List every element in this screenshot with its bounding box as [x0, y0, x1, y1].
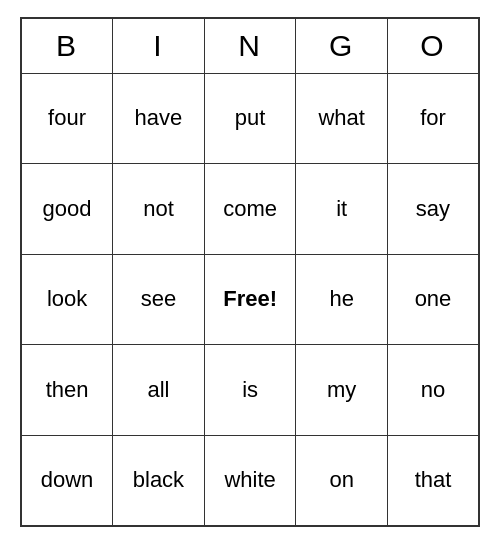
- bingo-cell-r4-c4: that: [387, 435, 479, 526]
- bingo-cell-r3-c0: then: [21, 345, 113, 436]
- bingo-cell-r0-c2: put: [204, 73, 296, 164]
- bingo-header-row: BINGO: [21, 18, 479, 73]
- bingo-cell-r3-c3: my: [296, 345, 388, 436]
- bingo-cell-r1-c2: come: [204, 164, 296, 255]
- bingo-header-n: N: [204, 18, 296, 73]
- bingo-cell-r3-c1: all: [113, 345, 205, 436]
- bingo-cell-r4-c2: white: [204, 435, 296, 526]
- bingo-cell-r1-c3: it: [296, 164, 388, 255]
- bingo-row-4: downblackwhiteonthat: [21, 435, 479, 526]
- bingo-cell-r4-c1: black: [113, 435, 205, 526]
- bingo-cell-r2-c1: see: [113, 254, 205, 345]
- bingo-header-i: I: [113, 18, 205, 73]
- bingo-header-g: G: [296, 18, 388, 73]
- bingo-row-0: fourhaveputwhatfor: [21, 73, 479, 164]
- bingo-cell-r0-c1: have: [113, 73, 205, 164]
- bingo-cell-r3-c4: no: [387, 345, 479, 436]
- bingo-cell-r1-c1: not: [113, 164, 205, 255]
- bingo-row-2: lookseeFree!heone: [21, 254, 479, 345]
- bingo-cell-r4-c3: on: [296, 435, 388, 526]
- bingo-cell-r1-c4: say: [387, 164, 479, 255]
- bingo-row-3: thenallismyno: [21, 345, 479, 436]
- bingo-cell-r2-c0: look: [21, 254, 113, 345]
- bingo-cell-r3-c2: is: [204, 345, 296, 436]
- bingo-cell-r2-c4: one: [387, 254, 479, 345]
- bingo-cell-r0-c0: four: [21, 73, 113, 164]
- bingo-cell-r1-c0: good: [21, 164, 113, 255]
- bingo-header-b: B: [21, 18, 113, 73]
- bingo-cell-r0-c4: for: [387, 73, 479, 164]
- bingo-header-o: O: [387, 18, 479, 73]
- bingo-cell-r0-c3: what: [296, 73, 388, 164]
- bingo-cell-r4-c0: down: [21, 435, 113, 526]
- bingo-card: BINGO fourhaveputwhatforgoodnotcomeitsay…: [20, 17, 480, 527]
- bingo-cell-r2-c2: Free!: [204, 254, 296, 345]
- bingo-row-1: goodnotcomeitsay: [21, 164, 479, 255]
- bingo-cell-r2-c3: he: [296, 254, 388, 345]
